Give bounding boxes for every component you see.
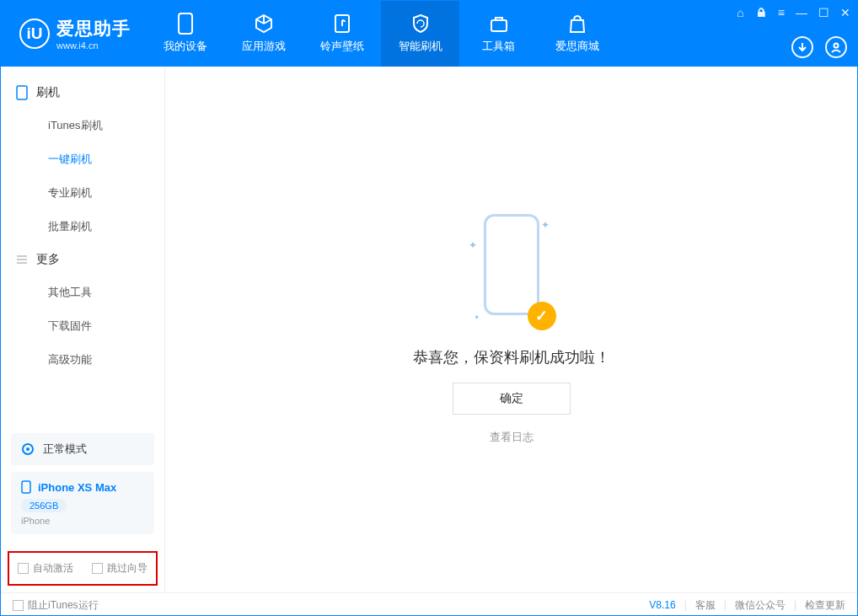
view-log-link[interactable]: 查看日志 <box>490 430 534 445</box>
svg-rect-4 <box>17 86 27 99</box>
window-controls-top: ⌂ 🔒︎ ≡ — ☐ ✕ <box>737 6 850 19</box>
sidebar-item-batch-flash[interactable]: 批量刷机 <box>1 210 164 244</box>
header: iU 爱思助手 www.i4.cn 我的设备 应用游戏 铃声壁纸 智能刷机 工具… <box>1 1 857 67</box>
header-actions <box>791 36 847 58</box>
tab-toolbox[interactable]: 工具箱 <box>459 1 538 67</box>
svg-rect-0 <box>179 13 192 34</box>
checkbox-skip-wizard[interactable]: 跳过向导 <box>92 561 147 576</box>
sparkle-icon: • <box>475 312 479 324</box>
lock-icon[interactable]: 🔒︎ <box>755 6 767 19</box>
tab-smart-flash[interactable]: 智能刷机 <box>381 1 459 67</box>
maximize-button[interactable]: ☐ <box>818 6 829 19</box>
device-type-label: iPhone <box>21 516 144 526</box>
svg-rect-7 <box>22 481 30 493</box>
ok-button[interactable]: 确定 <box>453 383 571 415</box>
phone-icon <box>175 13 196 34</box>
check-badge-icon: ✓ <box>528 302 556 330</box>
phone-outline-icon <box>16 85 28 100</box>
svg-rect-2 <box>491 20 507 31</box>
options-highlighted-box: 自动激活 跳过向导 <box>8 551 158 586</box>
minimize-button[interactable]: — <box>796 6 807 19</box>
bag-icon <box>567 13 587 34</box>
tab-my-device[interactable]: 我的设备 <box>146 1 224 67</box>
main-content: ✦ ✦ • ✓ 恭喜您，保资料刷机成功啦！ 确定 查看日志 <box>165 67 857 592</box>
sidebar-item-other-tools[interactable]: 其他工具 <box>1 276 164 309</box>
app-name: 爱思助手 <box>56 17 131 40</box>
sparkle-icon: ✦ <box>469 239 477 251</box>
toolbox-icon <box>489 13 509 34</box>
refresh-shield-icon <box>410 13 431 34</box>
logo-icon: iU <box>19 19 50 49</box>
success-message: 恭喜您，保资料刷机成功啦！ <box>413 347 610 367</box>
version-label: V8.16 <box>649 599 675 611</box>
menu-icon[interactable]: ≡ <box>778 6 785 19</box>
link-support[interactable]: 客服 <box>695 598 716 613</box>
sidebar-item-download-firmware[interactable]: 下载固件 <box>1 309 164 343</box>
capacity-badge: 256GB <box>21 499 67 512</box>
app-url: www.i4.cn <box>56 40 131 51</box>
music-file-icon <box>332 13 352 34</box>
close-button[interactable]: ✕ <box>840 6 850 19</box>
link-wechat[interactable]: 微信公众号 <box>735 598 786 613</box>
device-info-card[interactable]: iPhone XS Max 256GB iPhone <box>11 472 154 534</box>
list-icon <box>16 254 28 265</box>
app-logo: iU 爱思助手 www.i4.cn <box>1 1 146 67</box>
sidebar-item-advanced[interactable]: 高级功能 <box>1 343 164 377</box>
svg-point-3 <box>834 44 839 48</box>
device-icon <box>21 480 31 494</box>
tab-ringtone-wallpaper[interactable]: 铃声壁纸 <box>303 1 381 67</box>
svg-point-6 <box>26 447 29 451</box>
user-button[interactable] <box>825 36 847 58</box>
shirt-icon[interactable]: ⌂ <box>737 6 743 19</box>
checkbox-block-itunes[interactable]: 阻止iTunes运行 <box>13 598 99 613</box>
device-mode-status[interactable]: 正常模式 <box>11 433 154 465</box>
status-bar: 阻止iTunes运行 V8.16 | 客服 | 微信公众号 | 检查更新 <box>1 592 857 616</box>
status-dot-icon <box>21 442 35 456</box>
tab-apps-games[interactable]: 应用游戏 <box>224 1 303 67</box>
sidebar-group-flash: 刷机 <box>1 77 164 109</box>
sidebar: 刷机 iTunes刷机 一键刷机 专业刷机 批量刷机 更多 其他工具 下载固件 … <box>1 67 165 592</box>
sidebar-item-pro-flash[interactable]: 专业刷机 <box>1 176 164 210</box>
sidebar-item-oneclick-flash[interactable]: 一键刷机 <box>1 142 164 176</box>
tab-store[interactable]: 爱思商城 <box>538 1 616 67</box>
download-button[interactable] <box>791 36 813 58</box>
main-tabs: 我的设备 应用游戏 铃声壁纸 智能刷机 工具箱 爱思商城 <box>146 1 616 67</box>
checkbox-auto-activate[interactable]: 自动激活 <box>18 561 73 576</box>
sparkle-icon: ✦ <box>541 219 550 231</box>
cube-icon <box>254 13 274 34</box>
link-check-update[interactable]: 检查更新 <box>805 598 845 613</box>
success-illustration: ✦ ✦ • ✓ <box>465 214 558 332</box>
sidebar-group-more: 更多 <box>1 244 164 276</box>
sidebar-item-itunes-flash[interactable]: iTunes刷机 <box>1 109 164 142</box>
